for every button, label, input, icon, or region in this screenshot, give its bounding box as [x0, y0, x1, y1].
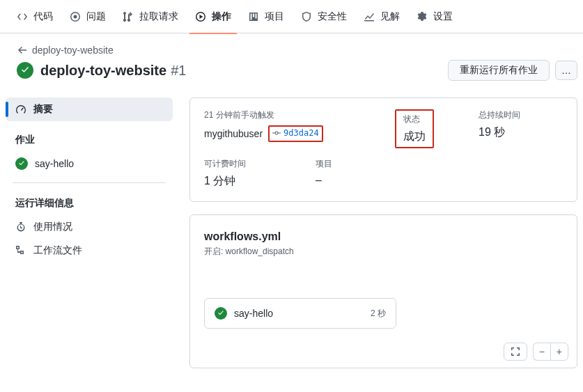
run-number: #1	[171, 63, 186, 79]
triggered-text: 21 分钟前手动触发	[204, 109, 350, 121]
status-value: 成功	[403, 130, 426, 144]
gear-icon	[417, 11, 428, 22]
job-node-duration: 2 秒	[371, 308, 386, 320]
workflow-on-value: workflow_dispatch	[226, 246, 294, 256]
git-pull-request-icon	[123, 11, 134, 22]
sidebar-item-label: 摘要	[33, 103, 53, 116]
tab-security[interactable]: 安全性	[295, 0, 352, 33]
tab-actions[interactable]: 操作	[189, 0, 237, 33]
run-status-icon	[17, 62, 33, 79]
sidebar-item-label: 使用情况	[33, 221, 72, 233]
tab-code[interactable]: 代码	[11, 0, 59, 33]
graph-zoom-controls: − +	[504, 343, 568, 361]
git-commit-icon	[272, 129, 281, 137]
page-title: deploy-toy-website #1	[40, 63, 186, 79]
job-node-name: say-hello	[234, 308, 273, 319]
sidebar-item-summary[interactable]: 摘要	[6, 97, 173, 121]
tab-projects-label: 项目	[265, 10, 284, 23]
zoom-in-button[interactable]: +	[550, 343, 568, 361]
zoom-out-button[interactable]: −	[533, 343, 550, 361]
tab-code-label: 代码	[33, 10, 53, 23]
run-main: 21 分钟前手动触发 mygithubuser 9d3da24 状态	[189, 97, 577, 368]
tab-security-label: 安全性	[318, 10, 347, 23]
workflow-file-name: workflows.yml	[204, 230, 563, 243]
tab-settings[interactable]: 设置	[411, 0, 458, 33]
check-circle-icon	[15, 157, 28, 170]
project-icon	[248, 11, 259, 22]
artifacts-label: 项目	[316, 158, 332, 170]
play-icon	[195, 11, 206, 22]
kebab-menu-button[interactable]: …	[555, 61, 577, 80]
shield-icon	[301, 11, 312, 22]
artifacts-value: –	[316, 174, 332, 187]
run-header: deploy-toy-website deploy-toy-website #1…	[0, 33, 583, 97]
sidebar-item-label: 工作流文件	[33, 244, 82, 257]
tab-issues-label: 问题	[86, 10, 106, 23]
sidebar-item-label: say-hello	[35, 158, 74, 169]
tab-actions-label: 操作	[212, 10, 231, 23]
status-label: 状态	[403, 113, 426, 125]
actor-name[interactable]: mygithubuser	[204, 128, 263, 139]
check-circle-icon	[215, 307, 227, 320]
rerun-all-button[interactable]: 重新运行所有作业	[448, 60, 550, 81]
workflow-icon	[15, 245, 26, 256]
graph-icon	[364, 11, 375, 22]
tab-settings-label: 设置	[433, 10, 453, 23]
code-icon	[17, 11, 28, 22]
sidebar-heading-jobs: 作业	[6, 121, 173, 152]
commit-link[interactable]: 9d3da24	[272, 128, 319, 138]
run-sidebar: 摘要 作业 say-hello 运行详细信息 使用情况 工作流文件	[0, 97, 173, 368]
tab-pulls-label: 拉取请求	[139, 10, 178, 23]
job-node-say-hello[interactable]: say-hello 2 秒	[204, 298, 396, 329]
breadcrumb[interactable]: deploy-toy-website	[17, 45, 577, 56]
tab-insights[interactable]: 见解	[358, 0, 405, 33]
tab-issues[interactable]: 问题	[64, 0, 111, 33]
breadcrumb-parent: deploy-toy-website	[32, 45, 114, 56]
tab-projects[interactable]: 项目	[242, 0, 290, 33]
screen-full-icon	[510, 346, 521, 357]
issue-icon	[70, 11, 81, 22]
workflow-name: deploy-toy-website	[40, 63, 166, 79]
tab-pulls[interactable]: 拉取请求	[117, 0, 184, 33]
tab-insights-label: 见解	[380, 10, 400, 23]
repo-tabnav: 代码 问题 拉取请求 操作 项目 安全性 见解 设置	[0, 0, 583, 33]
sidebar-heading-details: 运行详细信息	[6, 185, 173, 215]
duration-label: 总持续时间	[479, 109, 520, 121]
billable-label: 可计费时间	[204, 158, 271, 170]
workflow-trigger: 开启: workflow_dispatch	[204, 246, 563, 258]
run-summary-card: 21 分钟前手动触发 mygithubuser 9d3da24 状态	[189, 97, 577, 202]
fullscreen-button[interactable]	[504, 343, 527, 361]
arrow-left-icon	[17, 45, 28, 56]
sidebar-item-usage[interactable]: 使用情况	[6, 215, 173, 239]
duration-value: 19 秒	[479, 125, 520, 140]
meter-icon	[15, 104, 26, 115]
sidebar-item-job-say-hello[interactable]: say-hello	[6, 152, 173, 175]
sidebar-item-workflow-file[interactable]: 工作流文件	[6, 239, 173, 262]
kebab-icon: …	[561, 65, 571, 76]
workflow-on-prefix: 开启:	[204, 246, 226, 256]
billable-value: 1 分钟	[204, 174, 271, 189]
sidebar-separator	[13, 182, 166, 183]
stopwatch-icon	[15, 221, 26, 233]
commit-sha: 9d3da24	[283, 128, 319, 138]
workflow-graph-card: workflows.yml 开启: workflow_dispatch say-…	[189, 214, 577, 368]
